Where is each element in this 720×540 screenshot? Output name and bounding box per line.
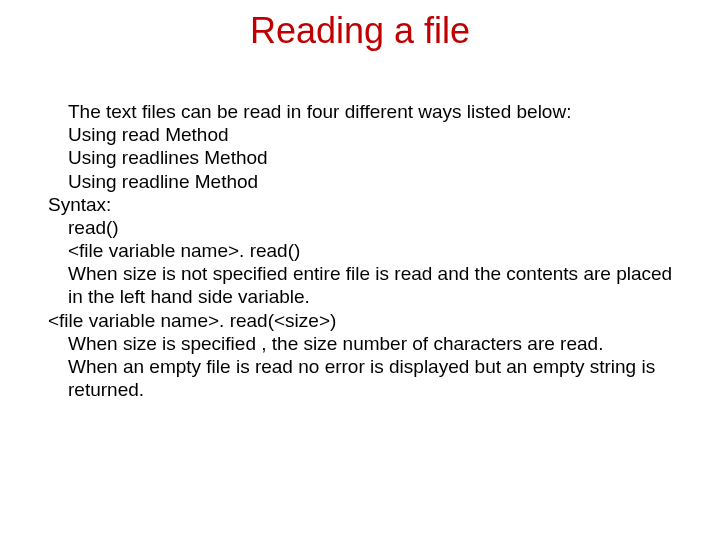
body-line: read() <box>38 216 682 239</box>
body-line: The text files can be read in four diffe… <box>38 100 682 123</box>
body-line: Using readline Method <box>38 170 682 193</box>
body-line: When size is specified , the size number… <box>38 332 682 355</box>
body-line: <file variable name>. read() <box>38 239 682 262</box>
body-line: Using readlines Method <box>38 146 682 169</box>
body-line: When size is not specified entire file i… <box>38 262 682 308</box>
slide: Reading a file The text files can be rea… <box>0 0 720 540</box>
slide-title: Reading a file <box>0 10 720 52</box>
body-line: Syntax: <box>38 193 682 216</box>
body-line: When an empty file is read no error is d… <box>38 355 682 401</box>
body-line: Using read Method <box>38 123 682 146</box>
body-line: <file variable name>. read(<size>) <box>38 309 682 332</box>
slide-body: The text files can be read in four diffe… <box>38 100 682 401</box>
